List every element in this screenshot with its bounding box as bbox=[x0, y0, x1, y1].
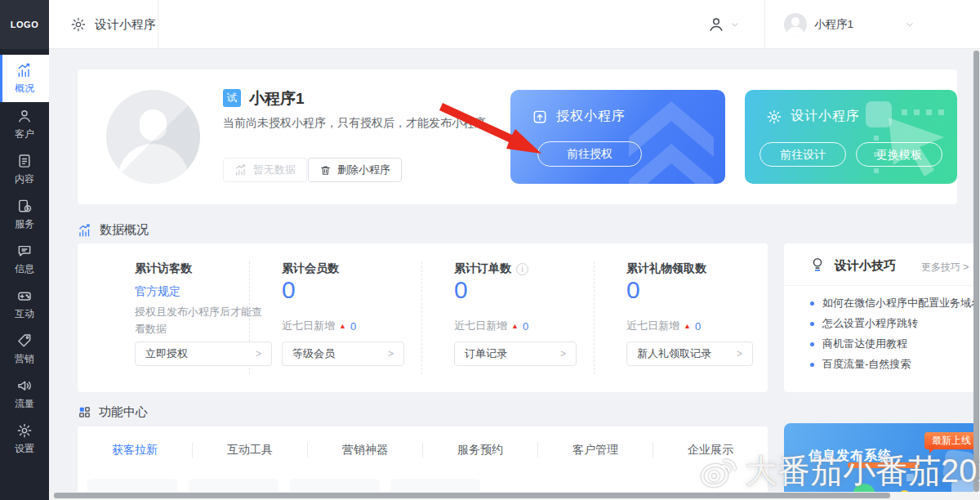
sidebar-item-content[interactable]: 内容 bbox=[0, 147, 49, 192]
button-label: 订单记录 bbox=[465, 346, 507, 361]
sidebar-item-overview[interactable]: 概况 bbox=[0, 55, 49, 102]
sidebar-item-label: 客户 bbox=[15, 127, 34, 141]
tab-customer-management[interactable]: 客户管理 bbox=[538, 443, 653, 458]
authorize-now-button[interactable]: 立即授权 > bbox=[135, 342, 272, 366]
sidebar-item-customers[interactable]: 客户 bbox=[0, 102, 49, 147]
top-bar: LOGO 设计小程序 小程序1 bbox=[0, 0, 980, 49]
function-center-header: 功能中心 bbox=[78, 404, 148, 420]
stats-card: 累计访客数 官方规定 授权且发布小程序后才能查看数据 立即授权 > 累计会员数 … bbox=[78, 243, 768, 392]
stat-gifts: 累计礼物领取数 0 近七日新增 ▲ 0 新人礼领取记录 > bbox=[626, 243, 757, 392]
tip-link[interactable]: 怎么设置小程序跳转 bbox=[810, 316, 918, 331]
section-title: 数据概况 bbox=[100, 222, 149, 238]
person-icon bbox=[707, 16, 725, 33]
banner-title: 信息发布系统 bbox=[808, 448, 892, 465]
horizontal-scrollbar-thumb[interactable] bbox=[54, 493, 890, 498]
app-window: LOGO 设计小程序 小程序1 概况 bbox=[0, 0, 980, 500]
delta-value: 0 bbox=[350, 320, 356, 333]
dot-decoration bbox=[874, 136, 879, 141]
delta-value: 0 bbox=[695, 320, 701, 333]
design-tips-panel: 设计小技巧 更多技巧 > 如何在微信小程序中配置业务域名? 怎么设置小程序跳转 … bbox=[784, 243, 980, 392]
delta-label: 近七日新增 bbox=[626, 319, 679, 333]
design-card: 设计小程序 前往设计 更换模板 bbox=[745, 90, 957, 184]
change-template-button[interactable]: 更换模板 bbox=[856, 142, 942, 167]
bullet-icon bbox=[810, 322, 814, 326]
divider bbox=[421, 261, 422, 374]
go-design-button[interactable]: 前往设计 bbox=[760, 142, 846, 167]
stat-label: 累计访客数 bbox=[135, 261, 192, 276]
chevrons-decoration bbox=[622, 95, 720, 184]
gear-icon bbox=[16, 422, 33, 439]
header-divider bbox=[158, 0, 158, 48]
delete-miniprogram-button[interactable]: 删除小程序 bbox=[308, 158, 402, 182]
chevron-right-icon: > bbox=[560, 348, 566, 359]
tab-interaction-tools[interactable]: 互动工具 bbox=[193, 443, 307, 458]
tip-link[interactable]: 商机雷达使用教程 bbox=[810, 337, 907, 351]
tab-enterprise-display[interactable]: 企业展示 bbox=[653, 443, 768, 458]
grid-icon bbox=[78, 405, 91, 419]
tip-text: 怎么设置小程序跳转 bbox=[822, 316, 918, 331]
miniprogram-profile-card: 试 小程序1 当前尚未授权小程序，只有授权后，才能发布小程序 暂无数据 删除小程… bbox=[78, 69, 957, 204]
vertical-scrollbar-thumb[interactable] bbox=[973, 51, 979, 492]
chevron-right-icon: > bbox=[737, 348, 742, 359]
info-icon[interactable]: i bbox=[516, 263, 528, 275]
trial-badge: 试 bbox=[223, 89, 241, 107]
order-records-button[interactable]: 订单记录 > bbox=[454, 342, 577, 366]
sidebar-item-settings[interactable]: 设置 bbox=[0, 417, 49, 462]
sidebar-item-label: 营销 bbox=[15, 352, 34, 366]
no-data-button[interactable]: 暂无数据 bbox=[223, 158, 307, 182]
tab-service-booking[interactable]: 服务预约 bbox=[423, 443, 537, 458]
chart-icon bbox=[16, 62, 33, 78]
stat-delta: 近七日新增 ▲ 0 bbox=[282, 319, 356, 333]
sidebar-item-marketing[interactable]: 营销 bbox=[0, 327, 49, 372]
section-title: 功能中心 bbox=[99, 404, 148, 420]
promo-banner[interactable]: 信息发布系统 最新上线 bbox=[784, 423, 980, 500]
square-decoration bbox=[942, 449, 976, 483]
tip-link[interactable]: 百度流量-自然搜索 bbox=[810, 357, 911, 372]
delta-label: 近七日新增 bbox=[282, 319, 335, 333]
delta-value: 0 bbox=[523, 320, 528, 333]
go-authorize-button[interactable]: 前往授权 bbox=[537, 141, 642, 167]
miniprogram-desc: 当前尚未授权小程序，只有授权后，才能发布小程序 bbox=[223, 116, 486, 131]
bullet-icon bbox=[810, 301, 814, 306]
button-label: 立即授权 bbox=[145, 346, 188, 361]
dot-decoration bbox=[906, 474, 914, 481]
chevron-right-icon: > bbox=[256, 348, 261, 359]
authorize-card-title: 授权小程序 bbox=[556, 108, 626, 125]
tips-title: 设计小技巧 bbox=[835, 258, 896, 274]
stat-members: 累计会员数 0 近七日新增 ▲ 0 等级会员 > bbox=[282, 243, 412, 392]
logo: LOGO bbox=[0, 0, 49, 49]
app-title-label: 设计小程序 bbox=[95, 17, 156, 33]
avatar bbox=[784, 13, 807, 36]
stat-label-text: 累计订单数 bbox=[454, 261, 511, 276]
sidebar-item-messages[interactable]: 信息 bbox=[0, 237, 49, 282]
member-levels-button[interactable]: 等级会员 > bbox=[282, 342, 404, 366]
sidebar-item-traffic[interactable]: 流量 bbox=[0, 372, 49, 417]
delete-label: 删除小程序 bbox=[337, 163, 390, 177]
delta-label: 近七日新增 bbox=[454, 319, 507, 333]
sidebar-item-label: 概况 bbox=[15, 82, 34, 96]
document-icon bbox=[16, 153, 33, 169]
account-switcher[interactable]: 小程序1 bbox=[784, 0, 853, 49]
sidebar-item-services[interactable]: 服务 bbox=[0, 192, 49, 237]
stat-orders: 累计订单数 i 0 近七日新增 ▲ 0 订单记录 > bbox=[454, 243, 585, 392]
tip-link[interactable]: 如何在微信小程序中配置业务域名? bbox=[810, 296, 980, 310]
sidebar-item-label: 服务 bbox=[15, 217, 34, 231]
gift-records-button[interactable]: 新人礼领取记录 > bbox=[626, 342, 753, 366]
tab-marketing-tools[interactable]: 营销神器 bbox=[308, 443, 422, 458]
sidebar-item-interaction[interactable]: 互动 bbox=[0, 282, 49, 327]
tip-text: 百度流量-自然搜索 bbox=[822, 357, 911, 372]
tab-acquire[interactable]: 获客拉新 bbox=[78, 443, 192, 458]
message-icon bbox=[16, 243, 33, 259]
no-data-label: 暂无数据 bbox=[253, 163, 296, 177]
official-rules-link[interactable]: 官方规定 bbox=[135, 284, 180, 299]
stat-label: 累计订单数 i bbox=[454, 261, 528, 276]
button-label: 等级会员 bbox=[292, 346, 335, 361]
person-icon bbox=[16, 108, 33, 124]
gamepad-icon bbox=[16, 288, 33, 304]
user-menu[interactable] bbox=[707, 0, 740, 49]
chevron-down-icon[interactable] bbox=[905, 0, 915, 49]
design-card-title: 设计小程序 bbox=[791, 108, 860, 125]
chevron-down-icon bbox=[730, 20, 740, 29]
more-tips-link[interactable]: 更多技巧 > bbox=[921, 261, 969, 275]
sidebar-nav: 概况 客户 内容 服务 信息 互动 营销 流量 bbox=[0, 49, 49, 500]
